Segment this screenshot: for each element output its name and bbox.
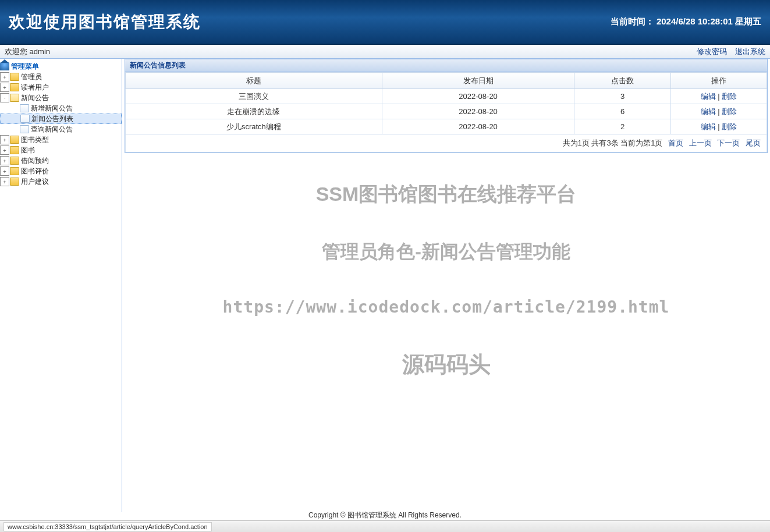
statusbar: www.csbishe.cn:33333/ssm_tsgtstjxt/artic…: [0, 520, 770, 532]
cell-date: 2022-08-20: [382, 104, 574, 119]
folder-icon: [10, 73, 19, 81]
edit-link[interactable]: 编辑: [701, 107, 716, 116]
time-label: 当前时间：: [611, 16, 654, 26]
tree-label: 图书评价: [21, 166, 49, 176]
expand-icon[interactable]: +: [0, 135, 9, 144]
cell-hits: 6: [574, 104, 670, 119]
expand-icon[interactable]: +: [0, 146, 9, 155]
tree-root-label: 管理菜单: [11, 61, 39, 72]
folder-open-icon: [10, 94, 19, 102]
tree-label: 新闻公告: [21, 93, 49, 103]
col-date: 发布日期: [382, 73, 574, 89]
page-icon: [20, 104, 29, 112]
collapse-icon[interactable]: -: [0, 93, 9, 102]
expand-icon[interactable]: +: [0, 156, 9, 165]
delete-link[interactable]: 删除: [722, 107, 737, 116]
tree-item-book[interactable]: + 图书: [0, 145, 122, 155]
expand-icon[interactable]: +: [0, 166, 9, 176]
folder-icon: [10, 83, 19, 91]
tree-item-admin[interactable]: + 管理员: [0, 72, 122, 82]
expand-icon[interactable]: +: [0, 83, 9, 92]
pager-next[interactable]: 下一页: [717, 139, 740, 147]
tree-label: 借阅预约: [21, 155, 49, 166]
change-password-link[interactable]: 修改密码: [697, 47, 727, 56]
cell-title: 三国演义: [126, 89, 382, 104]
cell-date: 2022-08-20: [382, 119, 574, 134]
statusbar-url: www.csbishe.cn:33333/ssm_tsgtstjxt/artic…: [3, 522, 212, 531]
tree-label: 管理员: [21, 72, 42, 82]
home-icon: [0, 62, 9, 70]
tree-label: 用户建议: [21, 176, 49, 187]
cell-title: 少儿scratch编程: [126, 119, 382, 134]
page-icon: [20, 115, 30, 123]
table-header-row: 标题 发布日期 点击数 操作: [126, 73, 767, 89]
watermark-line3: https://www.icodedock.com/article/2199.h…: [122, 297, 770, 317]
col-op: 操作: [670, 73, 767, 89]
watermark-line2: 管理员角色-新闻公告管理功能: [122, 239, 770, 265]
app-header: 欢迎使用图书馆管理系统 当前时间： 2024/6/28 10:28:01 星期五: [0, 0, 770, 45]
table-row: 走在崩溃的边缘2022-08-206编辑 | 删除: [126, 104, 767, 119]
cell-date: 2022-08-20: [382, 89, 574, 104]
pager-first[interactable]: 首页: [668, 139, 683, 147]
panel-title: 新闻公告信息列表: [125, 59, 767, 72]
pager-prev[interactable]: 上一页: [689, 139, 712, 147]
cell-title: 走在崩溃的边缘: [126, 104, 382, 119]
data-table: 标题 发布日期 点击数 操作 三国演义2022-08-203编辑 | 删除走在崩…: [125, 72, 767, 134]
folder-icon: [10, 178, 19, 186]
content: 新闻公告信息列表 标题 发布日期 点击数 操作 三国演义2022-08-203编…: [122, 59, 770, 512]
sidebar: 管理菜单 + 管理员 + 读者用户 - 新闻公告 新增新闻公告: [0, 59, 122, 512]
cell-op: 编辑 | 删除: [670, 89, 767, 104]
watermark-line4: 源码码头: [122, 350, 770, 380]
toolbar-right: 修改密码 退出系统: [691, 47, 765, 57]
header-time: 当前时间： 2024/6/28 10:28:01 星期五: [611, 16, 761, 27]
page-icon: [20, 125, 29, 133]
app-title: 欢迎使用图书馆管理系统: [9, 11, 201, 33]
cell-op: 编辑 | 删除: [670, 104, 767, 119]
col-title: 标题: [126, 73, 382, 89]
tree-item-news-query[interactable]: 查询新闻公告: [0, 124, 122, 134]
tree-item-suggest[interactable]: + 用户建议: [0, 176, 122, 187]
folder-icon: [10, 146, 19, 154]
folder-icon: [10, 136, 19, 144]
delete-link[interactable]: 删除: [722, 92, 737, 101]
tree-item-news[interactable]: - 新闻公告: [0, 93, 122, 103]
cell-op: 编辑 | 删除: [670, 119, 767, 134]
main: 管理菜单 + 管理员 + 读者用户 - 新闻公告 新增新闻公告: [0, 59, 770, 512]
col-hits: 点击数: [574, 73, 670, 89]
time-value: 2024/6/28 10:28:01 星期五: [657, 16, 761, 26]
expand-icon[interactable]: +: [0, 72, 9, 81]
tree-label: 查询新闻公告: [31, 124, 73, 134]
edit-link[interactable]: 编辑: [701, 122, 716, 131]
watermark-line1: SSM图书馆图书在线推荐平台: [122, 181, 770, 208]
logout-link[interactable]: 退出系统: [735, 47, 765, 56]
tree-item-booktype[interactable]: + 图书类型: [0, 134, 122, 145]
table-row: 少儿scratch编程2022-08-202编辑 | 删除: [126, 119, 767, 134]
toolbar: 欢迎您 admin 修改密码 退出系统: [0, 45, 770, 59]
tree-label: 读者用户: [21, 82, 49, 93]
tree-item-review[interactable]: + 图书评价: [0, 166, 122, 176]
tree-label: 新增新闻公告: [31, 103, 73, 114]
nav-tree: 管理菜单 + 管理员 + 读者用户 - 新闻公告 新增新闻公告: [0, 59, 122, 189]
tree-item-reader[interactable]: + 读者用户: [0, 82, 122, 93]
table-row: 三国演义2022-08-203编辑 | 删除: [126, 89, 767, 104]
folder-icon: [10, 167, 19, 175]
edit-link[interactable]: 编辑: [701, 92, 716, 101]
welcome-text: 欢迎您 admin: [5, 47, 50, 57]
pager: 共为1页 共有3条 当前为第1页 首页 上一页 下一页 尾页: [125, 134, 767, 152]
tree-root[interactable]: 管理菜单: [0, 61, 122, 72]
tree-item-borrow[interactable]: + 借阅预约: [0, 155, 122, 166]
expand-icon[interactable]: +: [0, 177, 9, 186]
tree-label: 图书: [21, 145, 35, 155]
delete-link[interactable]: 删除: [722, 122, 737, 131]
tree-label: 图书类型: [21, 134, 49, 145]
folder-icon: [10, 157, 19, 165]
pager-summary: 共为1页 共有3条 当前为第1页: [563, 139, 663, 147]
cell-hits: 2: [574, 119, 670, 134]
tree-item-news-add[interactable]: 新增新闻公告: [0, 103, 122, 114]
cell-hits: 3: [574, 89, 670, 104]
tree-label: 新闻公告列表: [31, 114, 73, 124]
footer: Copyright © 图书馆管理系统 All Rights Reserved.: [0, 510, 770, 520]
list-panel: 新闻公告信息列表 标题 发布日期 点击数 操作 三国演义2022-08-203编…: [125, 59, 768, 153]
pager-last[interactable]: 尾页: [746, 139, 761, 147]
tree-item-news-list[interactable]: 新闻公告列表: [0, 114, 122, 124]
